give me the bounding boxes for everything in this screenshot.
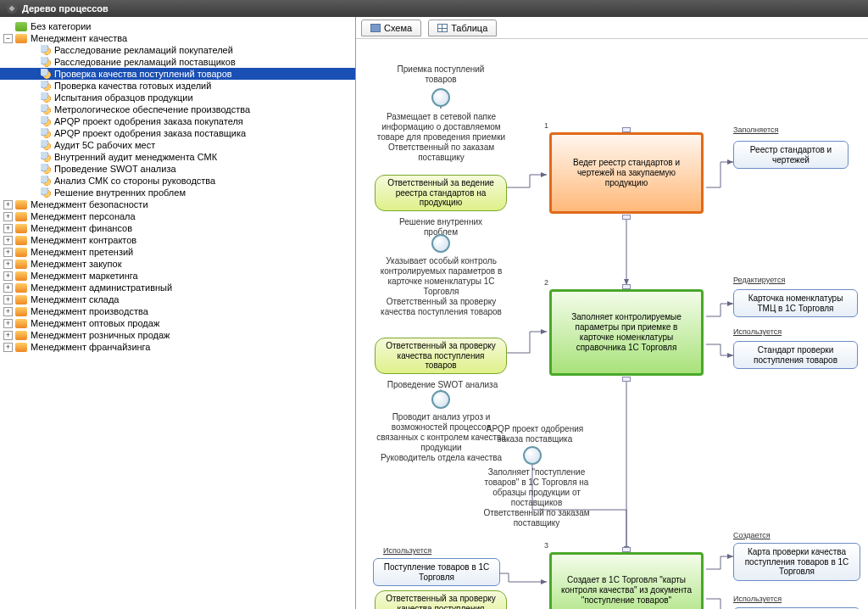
expander-plus[interactable]: + — [3, 224, 13, 233]
tree-node[interactable]: +Менеджмент административный — [0, 282, 355, 293]
tree-node[interactable]: +Менеджмент финансов — [0, 222, 355, 234]
process-box[interactable]: Создает в 1С Торговля "карты контроля ка… — [549, 552, 704, 609]
tree-label: Менеджмент маркетинга — [31, 271, 138, 281]
tree-label: Менеджмент персонала — [31, 211, 136, 221]
tree-leaf[interactable]: Проведение SWOT анализа — [0, 163, 355, 175]
process-box[interactable]: Заполняет контролируемые параметры при п… — [549, 289, 704, 376]
tree-node[interactable]: +Менеджмент контрактов — [0, 234, 355, 246]
tree-node[interactable]: +Менеджмент оптовых продаж — [0, 317, 355, 329]
tree-node[interactable]: +Менеджмент закупок — [0, 258, 355, 270]
main-panel: Схема Таблица — [356, 17, 868, 609]
tree-node[interactable]: +Менеджмент претензий — [0, 246, 355, 258]
tree-leaf[interactable]: APQP проект одобрения заказа покупателя — [0, 115, 355, 127]
expander-plus[interactable]: + — [3, 343, 13, 352]
tree-label: Менеджмент розничных продаж — [31, 330, 170, 340]
main-container: Без категории − Менеджмент качества Расс… — [0, 17, 868, 609]
tree-node[interactable]: +Менеджмент склада — [0, 293, 355, 305]
tree-leaf[interactable]: Проверка качества поступлений товаров — [0, 68, 355, 80]
tree-label: Проверка качества поступлений товаров — [54, 69, 232, 79]
relation-label: Используется — [383, 546, 431, 555]
diagram-canvas[interactable]: Приемка поступлений товаров Размещает в … — [356, 39, 868, 609]
tree-node-quality[interactable]: − Менеджмент качества — [0, 32, 355, 44]
tree-node[interactable]: +Менеджмент производства — [0, 305, 355, 317]
tree-label: APQP проект одобрения заказа поставщика — [54, 128, 246, 138]
tree-label: Проверка качества готовых изделий — [54, 81, 211, 91]
expander-plus[interactable]: + — [3, 295, 13, 304]
document-box[interactable]: Реестр стандартов и чертежей — [733, 141, 849, 169]
folder-icon — [15, 22, 27, 31]
process-icon — [41, 140, 51, 150]
tree-leaf[interactable]: Испытания образцов продукции — [0, 92, 355, 103]
expander-plus[interactable]: + — [3, 307, 13, 316]
window-title-bar: Дерево процессов — [0, 0, 868, 17]
process-tree[interactable]: Без категории − Менеджмент качества Расс… — [0, 17, 356, 609]
document-box[interactable]: Поступление товаров в 1С Торговля — [373, 558, 500, 586]
folder-icon — [15, 34, 27, 43]
expander-minus[interactable]: − — [3, 34, 13, 43]
relation-label: Используется — [733, 327, 782, 336]
relation-label: Заполняется — [733, 126, 778, 134]
event-circle[interactable] — [523, 446, 542, 465]
document-box[interactable]: Карта проверки качества поступления това… — [733, 543, 860, 581]
tree-leaf[interactable]: Расследование рекламаций поставщиков — [0, 56, 355, 68]
tree-label: Проведение SWOT анализа — [54, 164, 176, 174]
tree-node[interactable]: +Менеджмент безопасности — [0, 198, 355, 210]
document-box[interactable]: Стандарт проверки поступления товаров — [733, 341, 858, 369]
tree-label: Испытания образцов продукции — [54, 92, 193, 103]
tab-schema[interactable]: Схема — [361, 20, 421, 36]
annotation: Указывает особый контроль контролируемых… — [371, 256, 511, 317]
expander-plus[interactable]: + — [3, 331, 13, 340]
tree-label: Менеджмент качества — [31, 33, 127, 43]
tree-node[interactable]: +Менеджмент персонала — [0, 210, 355, 222]
tree-leaf[interactable]: Аудит 5С рабочих мест — [0, 139, 355, 151]
expander-plus[interactable]: + — [3, 212, 13, 221]
tree-leaf[interactable]: Внутренний аудит менеджмента СМК — [0, 151, 355, 163]
process-icon — [41, 57, 51, 67]
tree-node-nocat[interactable]: Без категории — [0, 20, 355, 32]
expander-plus[interactable]: + — [3, 271, 13, 281]
process-icon — [41, 187, 51, 198]
expander-plus[interactable]: + — [3, 248, 13, 257]
expander-plus[interactable]: + — [3, 260, 13, 269]
folder-icon — [15, 283, 27, 293]
annotation: Размещает в сетевой папке информацию о д… — [371, 112, 511, 163]
tree-leaf[interactable]: Проверка качества готовых изделий — [0, 80, 355, 92]
event-circle[interactable] — [431, 390, 450, 409]
event-label: APQP проект одобрения заказа поставщика — [480, 424, 590, 444]
tree-node[interactable]: +Менеджмент маркетинга — [0, 270, 355, 282]
step-number: 1 — [544, 121, 548, 130]
tab-table[interactable]: Таблица — [428, 20, 497, 36]
folder-icon — [15, 331, 27, 340]
process-icon — [41, 45, 51, 55]
table-icon — [437, 24, 448, 32]
expander-plus[interactable]: + — [3, 319, 13, 328]
tree-label: Внутренний аудит менеджмента СМК — [54, 152, 217, 162]
tree-label: Расследование рекламаций поставщиков — [54, 57, 236, 67]
expander-plus[interactable]: + — [3, 200, 13, 210]
event-circle[interactable] — [431, 234, 450, 253]
role-box[interactable]: Ответственный за проверку качества посту… — [375, 338, 507, 374]
role-box[interactable]: Ответственный за ведение реестра стандар… — [375, 175, 507, 211]
tab-label: Таблица — [451, 23, 487, 33]
tree-label: Аудит 5С рабочих мест — [54, 140, 155, 150]
event-circle[interactable] — [431, 88, 450, 107]
expander-none — [3, 22, 13, 31]
tree-label: Менеджмент склада — [31, 294, 120, 304]
tab-label: Схема — [384, 23, 412, 33]
tree-leaf[interactable]: Расследование рекламаций покупателей — [0, 44, 355, 56]
tree-node[interactable]: +Менеджмент розничных продаж — [0, 329, 355, 341]
role-box[interactable]: Ответственный за проверку качества посту… — [375, 590, 507, 609]
folder-icon — [15, 295, 27, 304]
tree-leaf[interactable]: Решение внутренних проблем — [0, 187, 355, 198]
process-box[interactable]: Ведет реестр стандартов и чертежей на за… — [549, 132, 704, 214]
expander-plus[interactable]: + — [3, 236, 13, 245]
folder-icon — [15, 212, 27, 221]
tree-label: Анализ СМК со стороны руководства — [54, 176, 215, 186]
tree-node[interactable]: +Менеджмент франчайзинга — [0, 341, 355, 353]
tree-leaf[interactable]: APQP проект одобрения заказа поставщика — [0, 127, 355, 139]
expander-plus[interactable]: + — [3, 283, 13, 293]
tree-leaf[interactable]: Анализ СМК со стороны руководства — [0, 175, 355, 187]
document-box[interactable]: Карточка номенклатуры ТМЦ в 1С Торговля — [733, 289, 858, 317]
process-icon — [41, 81, 51, 91]
tree-leaf[interactable]: Метрологическое обеспечение производства — [0, 103, 355, 115]
